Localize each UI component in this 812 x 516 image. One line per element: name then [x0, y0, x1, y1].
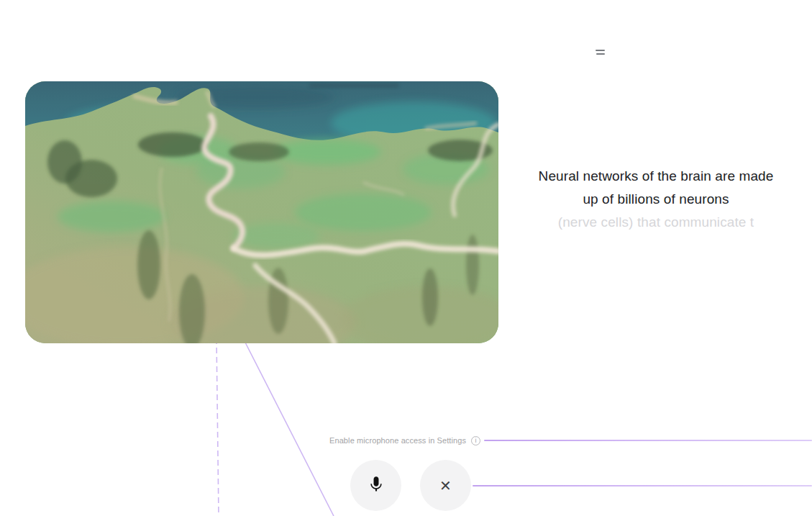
close-button[interactable]: ✕: [420, 460, 471, 511]
microphone-icon: [367, 475, 386, 496]
caption-line-1: Neural networks of the brain are made: [495, 165, 812, 188]
close-icon: ✕: [439, 479, 452, 493]
caption-line-2: up of billions of neurons: [495, 188, 812, 211]
trailing-connector-line: [473, 485, 812, 486]
drag-handle-bar: [596, 53, 605, 55]
drag-handle-bar: [596, 50, 605, 51]
caption-text: Neural networks of the brain are made up…: [495, 165, 812, 234]
drag-handle-icon[interactable]: [596, 50, 605, 55]
mic-hint-row: Enable microphone access in Settings i: [329, 434, 812, 447]
scene-image-card[interactable]: [25, 81, 498, 343]
hint-connector-line: [484, 440, 812, 441]
aerial-landscape-image: [25, 81, 498, 343]
mic-hint-text: Enable microphone access in Settings: [329, 436, 466, 445]
microphone-button[interactable]: [350, 460, 401, 511]
info-icon[interactable]: i: [471, 436, 480, 445]
caption-streaming-line: (nerve cells) that communicate t: [495, 211, 812, 234]
